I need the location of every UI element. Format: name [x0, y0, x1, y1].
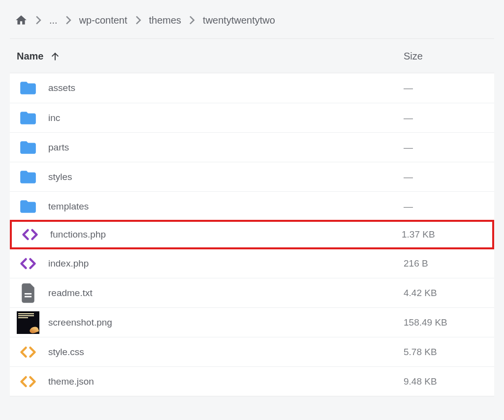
code-purple-icon [17, 252, 39, 275]
folder-icon [17, 195, 39, 218]
image-icon [17, 311, 39, 334]
folder-icon [17, 77, 39, 99]
code-purple-icon [19, 223, 41, 246]
file-size: — [404, 172, 487, 182]
file-row[interactable]: readme.txt4.42 KB [10, 278, 494, 307]
file-size: — [404, 83, 487, 93]
folder-icon [17, 136, 39, 159]
file-list: assets— inc— parts— styles— templates— f… [10, 73, 494, 396]
file-name: parts [48, 142, 404, 153]
file-name: theme.json [48, 376, 404, 387]
file-name: styles [48, 172, 404, 182]
file-size: 1.37 KB [402, 229, 485, 240]
file-name: screenshot.png [48, 317, 404, 328]
column-header-name[interactable]: Name [17, 51, 404, 62]
file-size: 5.78 KB [404, 347, 487, 358]
file-row[interactable]: styles— [10, 162, 494, 191]
file-name: readme.txt [48, 288, 404, 299]
chevron-right-icon [65, 16, 71, 25]
file-name: style.css [48, 347, 404, 358]
file-name: index.php [48, 258, 404, 269]
sort-ascending-icon [50, 52, 60, 61]
file-row[interactable]: assets— [10, 73, 494, 103]
text-icon [17, 282, 39, 304]
file-size: 158.49 KB [404, 317, 487, 328]
code-orange-icon [17, 370, 39, 393]
file-row[interactable]: theme.json9.48 KB [10, 366, 494, 396]
file-row[interactable]: inc— [10, 103, 494, 132]
folder-icon [17, 107, 39, 129]
table-header: Name Size [10, 39, 494, 73]
file-row[interactable]: style.css5.78 KB [10, 337, 494, 366]
file-name: templates [48, 201, 404, 212]
breadcrumb: ... wp-content themes twentytwentytwo [10, 0, 494, 39]
file-row[interactable]: functions.php1.37 KB [10, 220, 494, 249]
code-orange-icon [17, 341, 39, 363]
breadcrumb-ellipsis[interactable]: ... [49, 15, 58, 26]
file-name: inc [48, 113, 404, 123]
file-row[interactable]: templates— [10, 191, 494, 221]
file-name: assets [48, 83, 404, 93]
column-header-size[interactable]: Size [404, 51, 487, 62]
file-name: functions.php [50, 229, 402, 240]
file-row[interactable]: screenshot.png158.49 KB [10, 307, 494, 337]
column-size-label: Size [404, 51, 423, 61]
chevron-right-icon [35, 16, 41, 25]
file-size: 216 B [404, 258, 487, 269]
breadcrumb-item-wp-content[interactable]: wp-content [79, 15, 127, 26]
chevron-right-icon [189, 16, 195, 25]
chevron-right-icon [135, 16, 141, 25]
breadcrumb-item-themes[interactable]: themes [149, 15, 182, 26]
breadcrumb-item-current[interactable]: twentytwentytwo [203, 15, 275, 26]
file-row[interactable]: index.php216 B [10, 248, 494, 278]
folder-icon [17, 166, 39, 188]
file-row[interactable]: parts— [10, 132, 494, 162]
file-size: — [404, 201, 487, 212]
file-size: — [404, 113, 487, 123]
file-size: 4.42 KB [404, 288, 487, 299]
column-name-label: Name [17, 51, 43, 62]
file-size: — [404, 142, 487, 153]
file-size: 9.48 KB [404, 376, 487, 387]
home-icon[interactable] [15, 14, 28, 27]
